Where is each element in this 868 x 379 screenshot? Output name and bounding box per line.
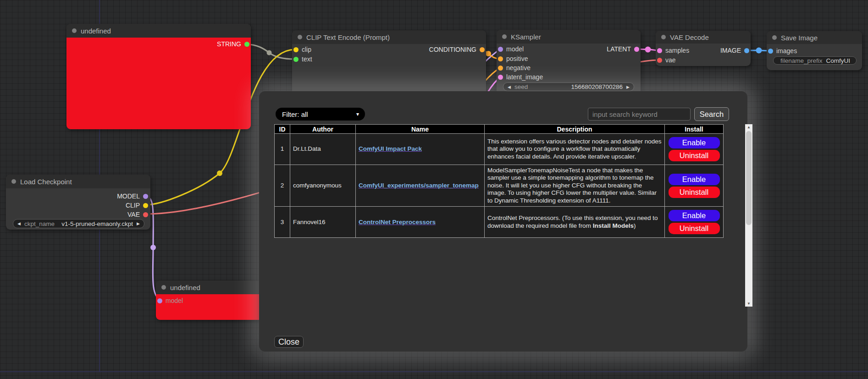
node-titlebar[interactable]: VAE Decode <box>656 31 751 44</box>
collapse-dot-icon[interactable] <box>772 35 777 40</box>
table-header-row: IDAuthorNameDescriptionInstall <box>275 125 724 134</box>
latent-image-port[interactable] <box>498 75 503 80</box>
model-port[interactable] <box>157 298 162 303</box>
enable-button[interactable]: Enable <box>669 174 720 185</box>
node-titlebar[interactable]: Save Image <box>767 31 862 44</box>
increment-arrow-icon[interactable]: ▶ <box>626 85 630 89</box>
negative-port[interactable] <box>498 66 503 71</box>
collapse-dot-icon[interactable] <box>161 285 166 290</box>
string-port[interactable] <box>244 42 249 47</box>
collapse-dot-icon[interactable] <box>502 34 507 39</box>
positive-port[interactable] <box>498 56 503 61</box>
input-text: text <box>293 56 312 62</box>
node-title: KSampler <box>511 33 541 41</box>
node-titlebar[interactable]: Load Checkpoint <box>6 175 150 188</box>
node-title: CLIP Text Encode (Prompt) <box>306 33 390 41</box>
column-header: Author <box>290 125 356 134</box>
collapse-dot-icon[interactable] <box>72 28 77 33</box>
decrement-arrow-icon[interactable]: ◀ <box>508 85 511 89</box>
column-header: ID <box>275 125 290 134</box>
node-title: undefined <box>81 27 111 35</box>
collapse-dot-icon[interactable] <box>298 35 302 39</box>
filter-select[interactable]: Filter: all <box>276 108 365 121</box>
enable-button[interactable]: Enable <box>669 210 720 221</box>
node-titlebar[interactable]: undefined <box>66 24 251 38</box>
image-port[interactable] <box>744 48 749 53</box>
prev-arrow-icon[interactable]: ◀ <box>17 221 21 226</box>
collapse-dot-icon[interactable] <box>11 179 16 184</box>
latent-port[interactable] <box>634 47 639 52</box>
cell-install: Enable Uninstall <box>665 165 724 207</box>
text-port[interactable] <box>293 57 299 62</box>
link-clip-segment-1 <box>146 173 220 205</box>
filename-prefix-widget[interactable]: filename_prefix ComfyUI <box>773 56 857 65</box>
close-button[interactable]: Close <box>274 336 304 348</box>
link-midpoint-dot <box>217 170 222 176</box>
output-string: STRING <box>217 41 249 47</box>
node-vae-decode[interactable]: VAE Decode samples vae IMAGE <box>656 31 751 66</box>
clip-port[interactable] <box>143 203 148 208</box>
output-vae: VAE <box>127 212 148 217</box>
cell-author: Fannovel16 <box>290 207 356 238</box>
node-save-image[interactable]: Save Image images filename_prefix ComfyU… <box>767 31 862 70</box>
search-button[interactable]: Search <box>694 107 729 121</box>
scroll-up-icon[interactable]: ▲ <box>745 124 752 130</box>
comfyui-canvas[interactable]: { "icons": { "collapse_dot": "●", "chevr… <box>0 0 868 379</box>
input-negative: negative <box>498 65 531 71</box>
link-midpoint-dot <box>645 47 651 53</box>
node-load-checkpoint[interactable]: Load Checkpoint MODEL CLIP VAE ◀ ckpt_na… <box>6 175 150 230</box>
node-undefined-top[interactable]: undefined STRING <box>66 24 251 129</box>
column-header: Name <box>356 125 485 134</box>
cell-name: ControlNet Preprocessors <box>356 207 485 238</box>
cell-name: ComfyUI_experiments/sampler_tonemap <box>356 165 485 207</box>
cell-id: 3 <box>275 207 290 238</box>
table-row: 2 comfyanonymous ComfyUI_experiments/sam… <box>275 165 724 207</box>
enable-button[interactable]: Enable <box>669 137 720 148</box>
seed-widget[interactable]: ◀ seed 156680208700286 ▶ <box>503 82 634 91</box>
conditioning-port[interactable] <box>480 47 485 52</box>
images-port[interactable] <box>768 49 773 54</box>
extension-link[interactable]: ComfyUI Impact Pack <box>359 145 422 152</box>
link-midpoint-dot <box>486 51 491 56</box>
extension-grid: IDAuthorNameDescriptionInstall 1 Dr.Lt.D… <box>274 124 737 307</box>
extension-link[interactable]: ControlNet Preprocessors <box>359 219 436 225</box>
cell-install: Enable Uninstall <box>665 134 724 165</box>
cell-description: ControlNet Preprocessors. (To use this e… <box>485 207 665 238</box>
model-port[interactable] <box>498 47 503 52</box>
scrollbar-thumb[interactable] <box>746 131 752 225</box>
link-midpoint-dot <box>267 50 272 55</box>
ckpt-name-widget[interactable]: ◀ ckpt_name v1-5-pruned-emaonly.ckpt ▶ <box>13 219 144 228</box>
scroll-down-icon[interactable]: ▼ <box>745 301 752 307</box>
input-samples: samples <box>657 48 689 53</box>
node-title: undefined <box>170 284 200 291</box>
vae-port[interactable] <box>657 58 662 63</box>
search-input[interactable] <box>588 108 691 121</box>
input-vae: vae <box>657 57 676 63</box>
vae-port[interactable] <box>143 212 148 217</box>
filter-select-wrap: Filter: all ▾ <box>276 108 365 121</box>
widget-name: seed <box>514 83 528 90</box>
table-scrollbar[interactable]: ▲ ▼ <box>745 124 752 307</box>
next-arrow-icon[interactable]: ▶ <box>137 221 140 226</box>
cell-description: This extension offers various detector n… <box>485 134 665 165</box>
cell-id: 2 <box>275 165 290 207</box>
output-conditioning: CONDITIONING <box>429 47 485 52</box>
column-header: Description <box>485 125 665 134</box>
samples-port[interactable] <box>657 48 662 53</box>
extension-link[interactable]: ComfyUI_experiments/sampler_tonemap <box>359 182 479 189</box>
output-model: MODEL <box>117 193 148 199</box>
widget-value: 156680208700286 <box>571 83 623 90</box>
node-body: samples vae IMAGE <box>656 44 751 66</box>
node-titlebar[interactable]: KSampler <box>497 30 641 44</box>
node-titlebar[interactable]: CLIP Text Encode (Prompt) <box>292 30 486 44</box>
model-port[interactable] <box>143 194 148 199</box>
table-row: 3 Fannovel16 ControlNet Preprocessors Co… <box>275 207 724 238</box>
uninstall-button[interactable]: Uninstall <box>669 223 720 234</box>
clip-port[interactable] <box>293 47 299 52</box>
collapse-dot-icon[interactable] <box>661 35 666 39</box>
uninstall-button[interactable]: Uninstall <box>669 150 720 161</box>
cell-author: comfyanonymous <box>290 165 356 207</box>
widget-value: v1-5-pruned-emaonly.ckpt <box>61 220 133 227</box>
uninstall-button[interactable]: Uninstall <box>669 187 720 198</box>
output-image: IMAGE <box>720 48 749 53</box>
